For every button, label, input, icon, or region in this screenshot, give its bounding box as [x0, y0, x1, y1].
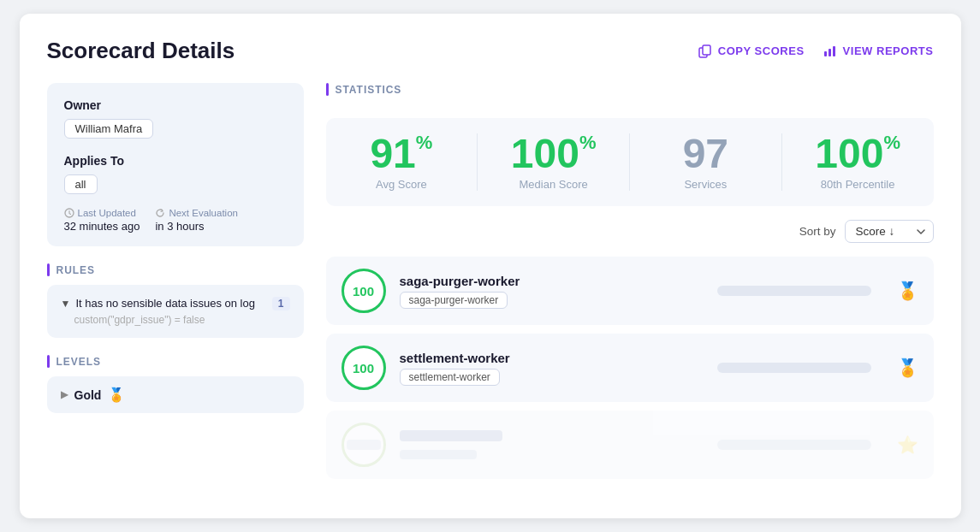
next-eval-value: in 3 hours	[155, 220, 238, 233]
bar-chart-icon	[823, 44, 837, 58]
service-info-1: saga-purger-worker saga-purger-worker	[400, 274, 629, 309]
score-circle-2: 100	[342, 346, 386, 390]
score-circle-3	[342, 423, 386, 467]
sort-select[interactable]: Score ↓ Score ↑ Name A-Z Name Z-A	[845, 220, 934, 243]
owner-value: William Mafra	[64, 119, 154, 139]
service-meta-blurred-2	[717, 363, 871, 373]
statistics-section-header: STATISTICS	[326, 83, 934, 96]
avg-score-suffix: %	[416, 133, 433, 152]
main-layout: Owner William Mafra Applies To all Last …	[47, 83, 934, 479]
service-badge-1: 🏅	[897, 281, 918, 301]
meta-row: Last Updated 32 minutes ago Next Evaluat…	[64, 208, 287, 233]
rules-section-header: RULES	[47, 263, 304, 276]
chevron-right-icon: ▶	[61, 389, 68, 400]
stat-median-score: 100 % Median Score	[478, 133, 630, 191]
service-meta-1	[642, 286, 871, 296]
svg-rect-4	[833, 46, 835, 56]
levels-label: LEVELS	[56, 356, 101, 368]
service-badge-3: ⭐	[897, 434, 918, 455]
service-row[interactable]: 100 settlement-worker settlement-worker …	[326, 334, 934, 402]
service-meta-blurred-1	[717, 286, 871, 296]
svg-rect-1	[703, 45, 710, 55]
service-row[interactable]: 100 saga-purger-worker saga-purger-worke…	[326, 257, 934, 325]
service-badge-2: 🏅	[897, 358, 918, 378]
service-info-2: settlement-worker settlement-worker	[400, 351, 629, 386]
gold-trophy-icon: 🏅	[108, 387, 125, 403]
services-value: 97	[683, 133, 728, 174]
service-list: 100 saga-purger-worker saga-purger-worke…	[326, 257, 934, 479]
rule-text: It has no sensible data issues on log	[75, 297, 261, 310]
rules-section: RULES ▼ It has no sensible data issues o…	[47, 263, 304, 338]
service-row-blurred: ⭐	[326, 411, 934, 479]
scorecard-details-card: Scorecard Details COPY SCORES VIEW REPOR…	[20, 14, 961, 518]
service-tag-1: saga-purger-worker	[400, 292, 508, 309]
view-reports-button[interactable]: VIEW REPORTS	[823, 44, 934, 58]
last-updated-value: 32 minutes ago	[64, 220, 140, 233]
top-header: Scorecard Details COPY SCORES VIEW REPOR…	[47, 38, 934, 64]
score-circle-1: 100	[342, 269, 386, 313]
percentile-value: 100	[815, 133, 883, 174]
owner-box: Owner William Mafra Applies To all Last …	[47, 83, 304, 246]
rule-arrow-icon: ▼	[61, 298, 71, 310]
avg-score-value: 91	[370, 133, 415, 174]
copy-scores-button[interactable]: COPY SCORES	[698, 44, 805, 58]
service-name-2: settlement-worker	[400, 351, 629, 365]
service-meta-2	[642, 363, 871, 373]
sort-by-label: Sort by	[799, 225, 836, 238]
median-score-suffix: %	[579, 133, 597, 152]
view-reports-label: VIEW REPORTS	[843, 44, 934, 57]
svg-rect-2	[824, 51, 827, 56]
rule-row: ▼ It has no sensible data issues on log …	[61, 297, 290, 310]
levels-box[interactable]: ▶ Gold 🏅	[47, 376, 304, 413]
rules-label: RULES	[56, 264, 95, 276]
rule-count: 1	[272, 297, 290, 310]
stat-80th-percentile: 100 % 80th Percentile	[782, 133, 934, 191]
avg-score-label: Avg Score	[376, 178, 427, 191]
median-score-value: 100	[511, 133, 579, 174]
clock-icon	[64, 208, 74, 218]
applies-to-value: all	[64, 174, 98, 194]
levels-section-header: LEVELS	[47, 355, 304, 368]
levels-section: LEVELS ▶ Gold 🏅	[47, 355, 304, 413]
last-updated-label: Last Updated	[64, 208, 140, 218]
owner-label: Owner	[64, 98, 287, 112]
sort-row: Sort by Score ↓ Score ↑ Name A-Z Name Z-…	[326, 220, 934, 243]
copy-icon	[698, 44, 712, 58]
stats-row: 91 % Avg Score 100 % Median Score 97	[326, 118, 934, 206]
header-actions: COPY SCORES VIEW REPORTS	[698, 44, 934, 58]
service-meta-3	[642, 440, 871, 450]
stat-services: 97 Services	[630, 133, 782, 191]
right-panel: STATISTICS 91 % Avg Score 100 % Median	[326, 83, 934, 479]
service-meta-blurred-3	[717, 440, 871, 450]
statistics-label: STATISTICS	[336, 84, 402, 96]
service-info-3	[400, 430, 629, 459]
percentile-label: 80th Percentile	[821, 178, 895, 191]
rule-sub: custom("gdpr_issue") = false	[74, 314, 290, 326]
median-score-label: Median Score	[520, 178, 588, 191]
applies-to-label: Applies To	[64, 154, 287, 168]
next-evaluation: Next Evaluation in 3 hours	[155, 208, 238, 233]
service-tag-2: settlement-worker	[400, 369, 500, 386]
rules-box: ▼ It has no sensible data issues on log …	[47, 285, 304, 338]
next-eval-label: Next Evaluation	[155, 208, 238, 218]
copy-scores-label: COPY SCORES	[718, 44, 805, 57]
svg-rect-3	[829, 49, 831, 56]
left-panel: Owner William Mafra Applies To all Last …	[47, 83, 304, 479]
service-name-1: saga-purger-worker	[400, 274, 629, 288]
percentile-suffix: %	[883, 133, 900, 152]
stat-avg-score: 91 % Avg Score	[326, 133, 478, 191]
refresh-icon	[155, 208, 165, 218]
level-name: Gold	[74, 388, 102, 402]
page-title: Scorecard Details	[47, 38, 235, 64]
last-updated: Last Updated 32 minutes ago	[64, 208, 140, 233]
services-label: Services	[684, 178, 727, 191]
